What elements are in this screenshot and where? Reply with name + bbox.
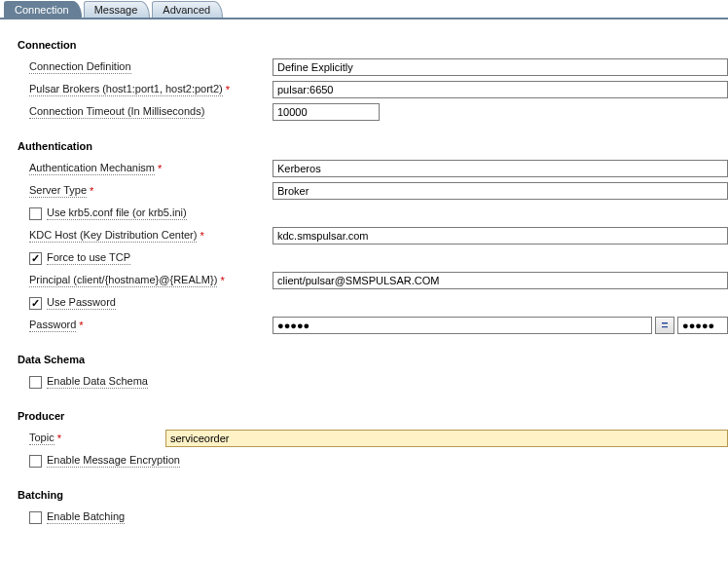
checkbox-use-password[interactable] [29,297,42,310]
row-enable-schema: Enable Data Schema [18,371,728,393]
input-password[interactable] [273,317,652,334]
row-auth-mechanism: Authentication Mechanism * [18,158,728,179]
tab-bar: Connection Message Advanced [0,0,728,19]
required-password: * [79,320,83,331]
label-password: Password [29,319,76,332]
row-server-type: Server Type * [18,180,728,202]
label-kdc-host: KDC Host (Key Distribution Center) [29,229,197,243]
section-header-schema: Data Schema [18,354,728,365]
row-use-password: Use Password [18,292,728,314]
section-header-connection: Connection [18,39,728,51]
row-enable-encryption: Enable Message Encryption [18,450,728,471]
label-brokers: Pulsar Brokers (host1:port1, host2:port2… [29,83,223,96]
tab-advanced[interactable]: Advanced [152,1,223,18]
label-server-type: Server Type [29,184,87,198]
label-use-password: Use Password [47,296,116,310]
section-header-producer: Producer [18,410,728,422]
label-force-tcp: Force to use TCP [47,251,130,265]
label-auth-mechanism: Authentication Mechanism [29,162,155,175]
tab-connection[interactable]: Connection [4,1,82,18]
row-brokers: Pulsar Brokers (host1:port1, host2:port2… [18,79,728,100]
input-brokers[interactable] [273,81,728,98]
label-principal: Principal (client/{hostname}@{REALM}) [29,274,217,287]
row-kdc-host: KDC Host (Key Distribution Center) * [18,225,728,246]
row-password: Password * = [18,315,728,336]
required-kdc-host: * [200,230,203,242]
required-auth-mechanism: * [158,163,162,174]
input-auth-mechanism[interactable] [273,160,728,177]
required-brokers: * [226,84,230,95]
row-force-tcp: Force to use TCP [18,247,728,269]
input-connection-definition[interactable] [273,58,728,76]
input-kdc-host[interactable] [273,227,728,244]
checkbox-enable-batching[interactable] [29,511,42,524]
input-topic[interactable] [165,430,728,447]
row-use-krb5: Use krb5.conf file (or krb5.ini) [18,203,728,224]
label-timeout: Connection Timeout (In Milliseconds) [29,105,204,119]
row-principal: Principal (client/{hostname}@{REALM}) * [18,270,728,291]
row-connection-definition: Connection Definition [18,56,728,78]
section-header-auth: Authentication [18,140,728,152]
required-topic: * [57,432,61,444]
input-principal[interactable] [273,272,728,289]
input-password-confirm[interactable] [677,317,728,334]
input-server-type[interactable] [273,182,728,200]
section-header-batching: Batching [18,489,728,501]
tab-message[interactable]: Message [84,1,151,18]
label-enable-batching: Enable Batching [47,510,125,524]
equals-button[interactable]: = [655,317,674,334]
label-enable-encryption: Enable Message Encryption [47,454,180,468]
label-topic: Topic [29,432,55,445]
label-enable-schema: Enable Data Schema [47,375,148,389]
content-panel: Connection Connection Definition Pulsar … [0,19,728,539]
checkbox-enable-schema[interactable] [29,376,42,389]
row-enable-batching: Enable Batching [18,507,728,528]
row-timeout: Connection Timeout (In Milliseconds) [18,101,728,123]
checkbox-enable-encryption[interactable] [29,455,42,468]
input-timeout[interactable] [273,103,380,121]
label-connection-definition: Connection Definition [29,60,131,74]
required-principal: * [220,275,224,286]
row-topic: Topic * [18,428,728,449]
label-use-krb5: Use krb5.conf file (or krb5.ini) [47,207,187,220]
checkbox-use-krb5[interactable] [29,207,42,220]
required-server-type: * [90,185,93,197]
checkbox-force-tcp[interactable] [29,252,42,265]
